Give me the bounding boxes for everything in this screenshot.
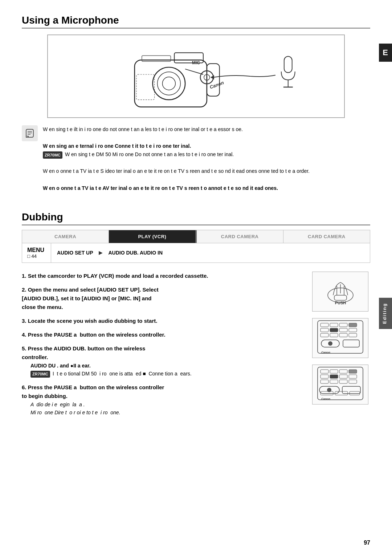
svg-rect-24	[330, 323, 338, 327]
steps-text: 1. Set the camcorder to PLAY (VCR) mode …	[22, 272, 305, 422]
push-remote-svg: PUSH	[317, 273, 364, 310]
note-icon	[22, 125, 38, 141]
svg-rect-51	[349, 380, 357, 383]
svg-point-2	[158, 72, 181, 95]
svg-rect-37	[343, 340, 359, 347]
menu-arrow-row: AUDIO SET UP ► AUDIO DUB. AUDIO IN	[51, 245, 168, 260]
zr70mc-badge-2: ZR70MC	[30, 371, 50, 378]
mode-tabs-row: CAMERA PLAY (VCR) CARD CAMERA CARD CAMER…	[22, 230, 370, 243]
steps-container: 1. Set the camcorder to PLAY (VCR) mode …	[22, 272, 370, 422]
svg-rect-29	[339, 328, 347, 332]
tab-camera[interactable]: CAMERA	[22, 230, 109, 243]
svg-rect-42	[339, 370, 347, 373]
svg-rect-50	[339, 380, 347, 383]
arrow-icon: ►	[98, 249, 104, 257]
svg-text:PUSH: PUSH	[335, 301, 346, 305]
remote1-svg: Canon	[314, 319, 367, 357]
svg-rect-13	[284, 56, 292, 73]
svg-rect-34	[349, 333, 357, 337]
mic-label: MIC	[192, 60, 200, 65]
svg-rect-27	[320, 328, 328, 332]
svg-rect-43	[349, 370, 357, 373]
svg-rect-33	[339, 333, 347, 337]
dubbing-section-title: Dubbing	[22, 211, 370, 225]
remote2-svg: Canon	[314, 365, 367, 403]
svg-rect-48	[320, 380, 328, 383]
camera-diagram-box: Canon MIC	[47, 34, 345, 118]
svg-rect-54	[342, 386, 360, 394]
page-number: 97	[364, 540, 370, 546]
svg-rect-47	[349, 375, 357, 378]
side-images: PUSH	[312, 272, 370, 422]
svg-rect-56	[320, 391, 333, 395]
step-5: 5. Press the AUDIO DUB. button on the wi…	[22, 344, 305, 378]
step-6-sub: A dio de i e egin la a . Mi ro one Dire …	[30, 401, 305, 417]
svg-point-36	[328, 341, 332, 346]
svg-point-3	[162, 77, 175, 90]
section-tab-editing: Editing	[379, 298, 392, 329]
menu-label: MENU □ 44	[22, 243, 51, 263]
svg-rect-7	[142, 56, 171, 61]
svg-rect-45	[330, 375, 338, 378]
step-2: 2. Open the menu and select [AUDIO SET U…	[22, 285, 305, 312]
svg-marker-12	[211, 75, 214, 80]
step-4: 4. Press the PAUSE a button on the wirel…	[22, 330, 305, 339]
menu-step1-label: AUDIO SET UP	[57, 250, 93, 256]
svg-text:Canon: Canon	[321, 397, 330, 401]
menu-row: MENU □ 44 AUDIO SET UP ► AUDIO DUB. AUDI…	[22, 243, 370, 263]
zr70mc-badge: ZR70MC	[43, 151, 62, 159]
menu-step2-label: AUDIO DUB. AUDIO IN	[108, 250, 163, 256]
tab-card-camera-2[interactable]: CARD CAMERA	[283, 230, 370, 243]
note-text-content: W en sing t e ilt in i ro one do not onn…	[43, 125, 310, 192]
microphone-section-title: Using a Microphone	[22, 15, 370, 29]
tab-card-camera-1[interactable]: CARD CAMERA	[197, 230, 283, 243]
svg-line-9	[185, 69, 203, 74]
step-6: 6. Press the PAUSE a button on the wirel…	[22, 383, 305, 417]
camera-diagram-svg: Canon MIC	[48, 34, 344, 118]
svg-rect-58	[350, 391, 360, 395]
svg-rect-26	[349, 323, 357, 327]
remote-controller-2-box: Canon	[312, 365, 368, 404]
svg-rect-28	[330, 328, 338, 332]
step-5-sub: AUDIO DU . and ●II a ear. ZR70MC I t e o…	[30, 362, 305, 378]
push-image-box: PUSH	[312, 272, 368, 312]
svg-rect-8	[136, 74, 155, 100]
svg-rect-30	[349, 328, 357, 332]
tab-play-vcr[interactable]: PLAY (VCR)	[109, 230, 196, 243]
svg-text:Canon: Canon	[321, 351, 330, 354]
step-1: 1. Set the camcorder to PLAY (VCR) mode …	[22, 272, 305, 280]
remote-controller-1-box: Canon	[312, 318, 368, 358]
svg-rect-44	[320, 375, 328, 378]
note-block: W en sing t e ilt in i ro one do not onn…	[22, 125, 370, 192]
svg-rect-32	[330, 333, 338, 337]
svg-rect-41	[330, 370, 338, 373]
svg-rect-49	[330, 380, 338, 383]
section-tab-e: E	[379, 44, 392, 62]
svg-rect-23	[320, 323, 328, 327]
svg-rect-31	[320, 333, 328, 337]
svg-rect-40	[320, 370, 328, 373]
svg-rect-20	[334, 295, 347, 300]
step-3: 3. Locate the scene you wish audio dubbi…	[22, 317, 305, 325]
svg-rect-46	[339, 375, 347, 378]
svg-text:Canon: Canon	[209, 80, 225, 90]
svg-rect-25	[339, 323, 347, 327]
